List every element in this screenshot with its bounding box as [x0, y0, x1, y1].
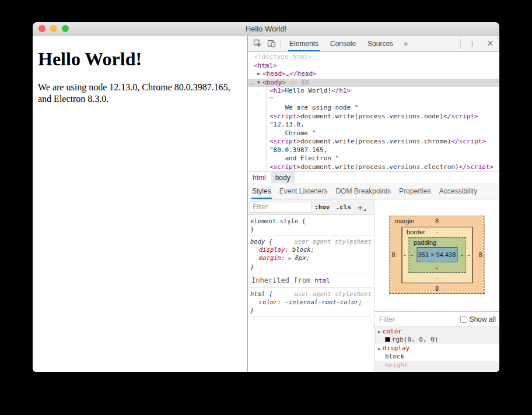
tree-line[interactable]: <html>: [248, 62, 499, 71]
elements-tree: <!doctype html> <html> ▶<head>…</head> ……: [248, 52, 499, 171]
tab-sources[interactable]: Sources: [362, 36, 399, 51]
css-selector: body: [250, 238, 265, 245]
tag-token: </script>: [459, 163, 494, 171]
content-dimensions: 351 × 94.438: [418, 251, 456, 258]
expand-icon[interactable]: ▶: [378, 329, 381, 335]
close-devtools-icon[interactable]: ✕: [481, 39, 499, 48]
tree-line[interactable]: <script>document.write(process.versions.…: [248, 112, 499, 121]
box-model-border[interactable]: border - - - - padding - - -: [401, 227, 473, 283]
inspect-element-icon[interactable]: [250, 37, 264, 50]
padding-left-value[interactable]: -: [411, 251, 413, 258]
styles-filter-input[interactable]: [250, 202, 312, 213]
kebab-menu-icon[interactable]: ⋮: [463, 39, 481, 48]
tree-line[interactable]: "12.13.0,: [248, 121, 499, 129]
box-model-margin[interactable]: margin 8 8 8 8 border - - - -: [390, 216, 485, 294]
text-token: document.write(process.versions.node): [300, 112, 443, 120]
expand-shorthand-icon[interactable]: ▶: [289, 256, 292, 261]
collapse-icon[interactable]: ▼: [257, 79, 260, 87]
more-tabs-button[interactable]: »: [399, 39, 412, 48]
style-rule-element-style[interactable]: element.style { }: [248, 215, 374, 235]
computed-property-name: color: [383, 328, 402, 335]
devtools-toolbar: Elements Console Sources » ⋮ ✕: [248, 36, 499, 52]
tab-styles[interactable]: Styles: [248, 183, 275, 199]
tree-line[interactable]: We are using node ": [248, 104, 499, 112]
stylesheet-origin-note: user agent stylesheet: [294, 290, 372, 298]
text-token: Chrome ": [270, 129, 316, 137]
tab-event-listeners[interactable]: Event Listeners: [275, 183, 332, 199]
computed-property-height[interactable]: height: [374, 361, 499, 372]
padding-bottom-value[interactable]: -: [409, 264, 465, 271]
computed-property-color[interactable]: ▶color rgb(0, 0, 0): [374, 327, 499, 344]
zoom-window-button[interactable]: [62, 25, 69, 32]
device-toolbar-icon[interactable]: [264, 37, 278, 50]
stylesheet-origin-note: user agent stylesheet: [294, 237, 372, 245]
tag-token: <script>: [270, 112, 300, 120]
expand-icon[interactable]: ▶: [378, 346, 381, 351]
border-right-value[interactable]: -: [468, 251, 470, 258]
border-top-value[interactable]: -: [402, 228, 472, 235]
tree-line[interactable]: <h1>Hello World!</h1>: [248, 87, 499, 96]
css-selector: html: [250, 290, 265, 297]
expand-icon[interactable]: ▶: [257, 70, 260, 79]
computed-property-value: block: [378, 353, 496, 360]
tab-console[interactable]: Console: [324, 36, 362, 51]
titlebar[interactable]: Hello World!: [33, 22, 499, 36]
tab-dom-breakpoints[interactable]: DOM Breakpoints: [331, 183, 395, 199]
css-property-value: : -internal-root-color;: [278, 298, 362, 305]
margin-bottom-value[interactable]: 8: [390, 285, 484, 292]
tree-line[interactable]: Chrome ": [248, 129, 499, 138]
text-token: "12.13.0,: [270, 121, 304, 128]
css-property[interactable]: margin: ▶ 8px;: [250, 254, 372, 263]
breadcrumb-body[interactable]: body: [271, 172, 295, 183]
page-heading: Hello World!: [38, 48, 247, 70]
style-rule-body[interactable]: body { user agent stylesheet display: bl…: [248, 235, 374, 273]
brace: }: [250, 307, 254, 314]
page-paragraph: We are using node 12.13.0, Chrome 80.0.3…: [38, 82, 241, 105]
tree-line[interactable]: and Electron ": [248, 154, 499, 163]
border-left-value[interactable]: -: [404, 251, 406, 258]
css-property[interactable]: color: -internal-root-color;: [250, 298, 372, 306]
close-window-button[interactable]: [38, 25, 46, 32]
computed-filter-input[interactable]: [378, 315, 460, 324]
tree-line[interactable]: <!doctype html>: [248, 53, 499, 62]
padding-top-value[interactable]: -: [426, 239, 429, 246]
text-token: and Electron ": [270, 154, 339, 162]
box-model-content[interactable]: 351 × 94.438: [416, 247, 457, 262]
tab-properties[interactable]: Properties: [395, 183, 435, 199]
brace: {: [302, 217, 306, 224]
margin-right-value[interactable]: 8: [478, 251, 482, 258]
tab-elements[interactable]: Elements: [284, 36, 324, 51]
tree-line[interactable]: <script>document.write(process.versions.…: [248, 163, 499, 172]
style-rule-html[interactable]: html { user agent stylesheet color: -int…: [248, 288, 374, 316]
minimize-window-button[interactable]: [50, 25, 57, 32]
tree-line[interactable]: "80.0.3987.165,: [248, 146, 499, 155]
css-property-name: margin: [259, 254, 281, 261]
border-bottom-value[interactable]: -: [402, 275, 472, 282]
computed-property-display[interactable]: ▶display block: [374, 344, 499, 361]
brace: }: [250, 263, 254, 270]
tag-token: <script>: [270, 138, 300, 145]
tree-line[interactable]: ": [248, 96, 499, 104]
tab-elements-label: Elements: [289, 40, 318, 48]
tab-accessibility[interactable]: Accessibility: [435, 183, 481, 199]
tree-line[interactable]: ▶<head>…</head>: [248, 70, 499, 79]
inherited-from-link[interactable]: html: [314, 277, 330, 284]
hidden-elements-icon[interactable]: …: [250, 79, 254, 87]
computed-property-name: display: [383, 344, 410, 352]
css-property-name: color: [259, 298, 278, 305]
box-model-padding[interactable]: padding - - - - 351 × 94.438: [408, 237, 466, 273]
breadcrumb-html[interactable]: html: [248, 172, 271, 183]
toggle-class-button[interactable]: .cls: [333, 203, 355, 211]
margin-top-value[interactable]: 8: [390, 217, 484, 224]
margin-left-value[interactable]: 8: [392, 251, 396, 258]
new-style-rule-button[interactable]: +: [355, 202, 366, 212]
tree-line[interactable]: <script>document.write(process.versions.…: [248, 138, 499, 146]
css-property[interactable]: display: block;: [250, 245, 372, 254]
app-window: Hello World! Hello World! We are using n…: [33, 22, 499, 372]
tree-line-selected[interactable]: …▼<body> == $0: [248, 79, 499, 87]
tag-token: </h1>: [331, 87, 351, 94]
box-model-diagram: margin 8 8 8 8 border - - - -: [374, 199, 499, 311]
show-all-checkbox[interactable]: [460, 316, 467, 323]
toggle-hover-state-button[interactable]: :hov: [312, 203, 333, 211]
padding-right-value[interactable]: -: [461, 251, 463, 258]
